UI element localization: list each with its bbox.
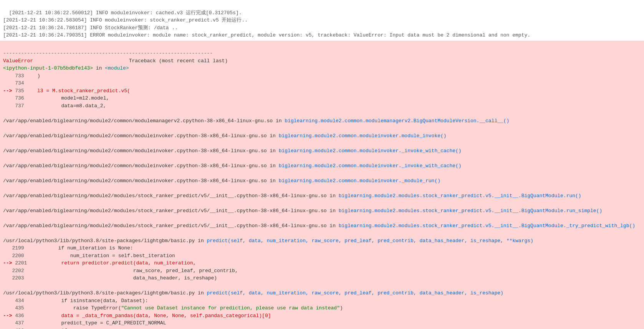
- file-line-6: /var/app/enabled/biglearning/module2/mod…: [3, 193, 581, 199]
- file-line-7: /var/app/enabled/biglearning/module2/mod…: [3, 208, 602, 214]
- code-line-735: --> 735 l3 = M.stock_ranker_predict.v5(: [3, 88, 130, 94]
- error-section: ----------------------------------------…: [0, 41, 644, 329]
- file-line-8: /var/app/enabled/biglearning/module2/mod…: [3, 223, 635, 229]
- lgbm1-line-2199: 2199 if num_iteration is None:: [3, 245, 133, 251]
- log-line-3: [2021-12-21 10:36:24.786187] INFO StockR…: [3, 25, 178, 31]
- file-line-4: /var/app/enabled/biglearning/module2/com…: [3, 163, 462, 169]
- lgbm2-line-436: --> 436 data = _data_from_pandas(data, N…: [3, 313, 271, 319]
- file-line-2: /var/app/enabled/biglearning/module2/com…: [3, 133, 447, 139]
- lgbm-file-1: /usr/local/python3/lib/python3.8/site-pa…: [3, 238, 533, 244]
- lgbm1-line-2202: 2202 raw_score, pred_leaf, pred_contrib,: [3, 268, 238, 274]
- log-line-2: [2021-12-21 10:36:22.583054] INFO module…: [3, 17, 248, 23]
- code-line-737: 737 data=m8.data_2,: [3, 103, 106, 109]
- log-line-4: [2021-12-21 10:36:24.790351] ERROR modul…: [3, 32, 530, 38]
- code-line-734: 734: [3, 80, 34, 86]
- divider: ----------------------------------------…: [3, 50, 213, 56]
- lgbm1-line-2203: 2203 data_has_header, is_reshape): [3, 275, 217, 281]
- log-line-1: [2021-12-21 10:36:22.560012] INFO module…: [9, 10, 242, 16]
- lgbm1-line-2201: --> 2201 return predictor.predict(data, …: [3, 260, 196, 266]
- file-line-3: /var/app/enabled/biglearning/module2/com…: [3, 148, 462, 154]
- input-location: <ipython-input-1-07b5bdbfe143> in <modul…: [3, 65, 129, 71]
- lgbm2-line-435: 435 raise TypeError("Cannot use Dataset …: [3, 305, 343, 311]
- lgbm2-line-434: 434 if isinstance(data, Dataset):: [3, 298, 148, 304]
- file-line-1: /var/app/enabled/biglearning/module2/com…: [3, 118, 509, 124]
- error-header: ValueError Traceback (most recent call l…: [3, 58, 228, 64]
- lgbm-file-2: /usr/local/python3/lib/python3.8/site-pa…: [3, 290, 503, 296]
- lgbm1-line-2200: 2200 num_iteration = self.best_iteration: [3, 253, 175, 259]
- lgbm2-line-437: 437 predict_type = C_API_PREDICT_NORMAL: [3, 320, 166, 326]
- code-line-736: 736 model=ml2.model,: [3, 95, 109, 101]
- code-line-733: 733 ): [3, 73, 40, 79]
- file-line-5: /var/app/enabled/biglearning/module2/com…: [3, 178, 440, 184]
- log-section: [2021-12-21 10:36:22.560012] INFO module…: [0, 0, 644, 41]
- lgbm2-line-438: 438 if raw_score:: [3, 328, 100, 329]
